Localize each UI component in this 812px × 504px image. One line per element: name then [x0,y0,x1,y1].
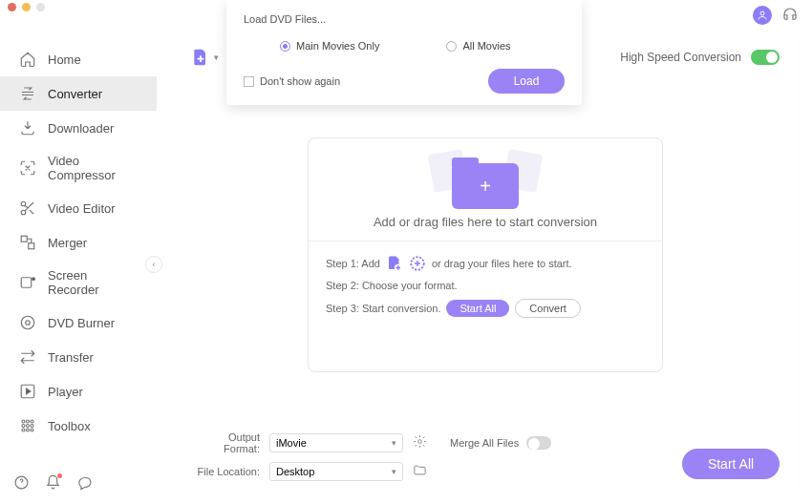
svg-point-17 [27,429,30,431]
sidebar-item-label: Merger [48,236,87,250]
sidebar-item-transfer[interactable]: Transfer [0,340,157,374]
option-all-movies[interactable]: All Movies [446,40,510,52]
sidebar-item-label: Transfer [48,350,94,365]
sidebar-item-video-compressor[interactable]: Video Compressor [0,145,157,191]
converter-icon [19,85,36,102]
sidebar-item-label: Screen Recorder [48,268,138,297]
sidebar-item-converter[interactable]: Converter [0,76,157,111]
svg-rect-4 [29,243,34,249]
compress-icon [19,159,36,177]
add-file-icon [191,48,210,67]
svg-point-1 [21,201,26,206]
merge-icon [19,234,36,251]
start-all-button[interactable]: Start All [682,449,780,479]
sidebar-item-dvd-burner[interactable]: DVD Burner [0,305,157,340]
dont-show-label: Don't show again [260,75,340,87]
step1-prefix: Step 1: Add [326,258,380,269]
grid-icon [19,417,36,434]
scissors-icon [19,200,36,217]
drop-zone[interactable]: + Add or drag files here to start conver… [308,137,663,372]
svg-point-22 [418,439,422,443]
svg-point-10 [22,420,25,423]
disc-icon [19,314,36,331]
plus-icon: + [480,176,491,198]
help-icon[interactable] [13,474,30,494]
svg-point-13 [22,425,25,428]
settings-icon[interactable] [413,434,427,452]
record-icon [19,274,36,291]
add-file-button[interactable]: ▾ [191,48,219,67]
sidebar-item-downloader[interactable]: Downloader [0,111,157,145]
sidebar-item-player[interactable]: Player [0,374,157,409]
svg-rect-3 [21,236,27,242]
open-folder-icon[interactable] [413,463,427,481]
file-location-label: File Location: [191,466,260,477]
minimize-dot[interactable] [22,3,31,11]
radio-icon [446,41,457,52]
high-speed-toggle[interactable] [751,50,780,65]
output-format-label: Output Format: [191,431,260,454]
radio-selected-icon [280,41,290,52]
svg-point-8 [26,321,31,326]
add-file-small-icon[interactable] [386,255,403,272]
dont-show-checkbox[interactable] [244,76,254,87]
step2-text: Step 2: Choose your format. [326,280,458,291]
maximize-dot[interactable] [36,3,45,11]
file-location-select[interactable]: Desktop▾ [269,462,403,481]
svg-point-16 [22,429,25,431]
svg-point-7 [21,316,34,329]
step3-text: Step 3: Start conversion. [326,303,440,314]
option-main-movies[interactable]: Main Movies Only [280,40,379,52]
add-circle-icon[interactable] [409,255,426,272]
sidebar-item-video-editor[interactable]: Video Editor [0,191,157,225]
svg-point-18 [31,429,33,431]
sidebar-item-label: Home [48,52,81,67]
download-icon [19,119,36,136]
sidebar-item-label: Toolbox [48,419,91,433]
sidebar-item-toolbox[interactable]: Toolbox [0,409,157,443]
modal-title: Load DVD Files... [244,13,565,25]
start-all-pill: Start All [446,300,509,317]
sidebar-item-screen-recorder[interactable]: Screen Recorder [0,260,157,305]
drop-zone-illustration: + Add or drag files here to start conver… [309,138,662,241]
sidebar-item-label: Video Compressor [48,154,138,182]
feedback-icon[interactable] [76,474,93,494]
support-icon[interactable] [781,6,799,27]
sidebar-collapse-button[interactable]: ‹ [145,256,162,273]
svg-point-15 [31,425,33,428]
notifications-icon[interactable] [45,474,61,494]
sidebar-item-home[interactable]: Home [0,42,157,76]
sidebar: HomeConverterDownloaderVideo CompressorV… [0,13,157,504]
chevron-down-icon: ▾ [214,52,219,62]
svg-rect-5 [21,278,32,288]
step1-suffix: or drag your files here to start. [432,258,572,269]
svg-point-14 [27,425,30,428]
merge-label: Merge All Files [450,437,519,449]
output-format-select[interactable]: iMovie▾ [269,433,403,452]
convert-pill: Convert [515,299,581,318]
sidebar-item-label: Player [48,385,83,399]
svg-point-6 [32,278,35,281]
sidebar-item-label: Converter [48,87,102,101]
svg-point-2 [21,210,26,215]
high-speed-label: High Speed Conversion [620,51,741,64]
home-icon [19,51,36,68]
close-dot[interactable] [8,3,16,11]
play-icon [19,383,36,400]
load-button[interactable]: Load [488,69,565,94]
sidebar-item-label: Downloader [48,121,114,136]
transfer-icon [19,348,36,366]
user-avatar-icon[interactable] [753,6,772,25]
svg-point-12 [31,420,33,423]
load-dvd-modal: Load DVD Files... Main Movies Only All M… [226,0,582,105]
sidebar-item-label: DVD Burner [48,316,115,330]
drop-zone-text: Add or drag files here to start conversi… [374,215,597,229]
sidebar-item-merger[interactable]: Merger [0,225,157,260]
merge-toggle[interactable] [526,436,551,450]
svg-point-11 [27,420,30,423]
svg-point-0 [760,11,764,15]
sidebar-item-label: Video Editor [48,201,116,216]
